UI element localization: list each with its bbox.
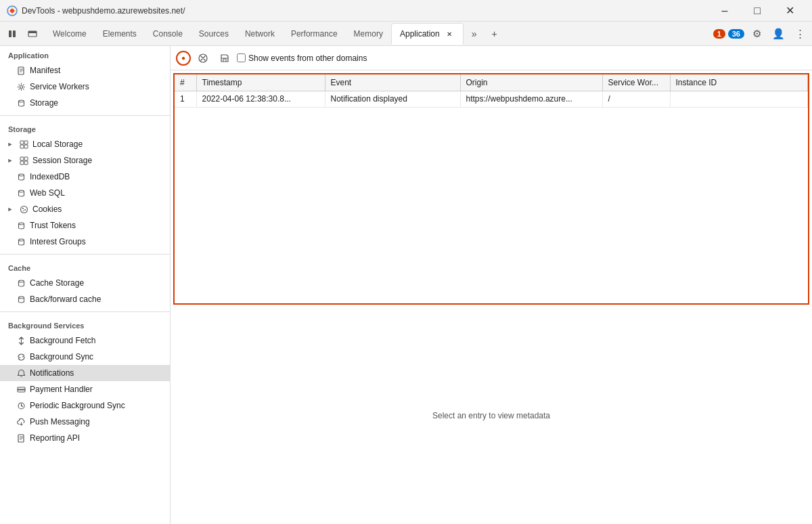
save-button[interactable] [215,49,234,68]
sidebar-item-cookies[interactable]: ► Cookies [0,201,170,217]
divider-2 [0,254,170,255]
divider-1 [0,115,170,116]
warning-badge: 36 [728,29,744,39]
sidebar-item-storage[interactable]: Storage [0,95,170,111]
new-tab-button[interactable]: + [485,24,504,43]
sidebar-item-backforward-cache[interactable]: Back/forward cache [0,291,170,307]
sidebar-item-background-fetch[interactable]: Background Fetch [0,332,170,349]
profile-button[interactable]: 👤 [769,24,788,43]
more-options-button[interactable]: ⋮ [790,24,809,43]
tab-network[interactable]: Network [237,23,283,45]
sidebar-item-background-sync[interactable]: Background Sync [0,349,170,365]
cylinder-icon [16,221,26,230]
record-button[interactable]: ● [176,51,191,66]
cell-origin: https://webpushdemo.azure... [460,91,602,107]
sidebar-item-interest-groups[interactable]: Interest Groups [0,234,170,250]
settings-button[interactable]: ⚙ [747,24,766,43]
close-button[interactable]: ✕ [774,0,805,22]
sidebar-item-notifications[interactable]: Notifications [0,365,170,381]
tab-extras [3,24,42,43]
tab-close-icon[interactable]: ✕ [444,28,455,39]
cylinder-icon [16,98,26,108]
tab-performance[interactable]: Performance [283,23,346,45]
svg-point-1 [10,9,14,13]
tab-bar: Welcome Elements Console Sources Network… [0,22,812,46]
svg-rect-9 [20,141,24,144]
sidebar-item-manifest[interactable]: Manifest [0,62,170,79]
svg-rect-15 [20,161,24,165]
svg-point-24 [18,239,24,241]
svg-point-7 [20,85,22,88]
tab-memory[interactable]: Memory [346,23,391,45]
cell-instance-id [670,91,808,107]
tab-right-controls: 1 36 ⚙ 👤 ⋮ [713,24,809,43]
table-area: # Timestamp Event Origin Service Wor... … [171,70,812,524]
main-layout: Application Manifest Service Workers Sto… [0,46,812,524]
svg-point-17 [18,174,24,176]
maximize-button[interactable]: □ [742,0,773,22]
clock-sync-icon [16,401,26,410]
sidebar-item-periodic-background-sync[interactable]: Periodic Background Sync [0,397,170,414]
cylinder-icon [16,294,26,304]
svg-point-21 [24,209,26,211]
svg-point-26 [18,297,24,299]
sidebar-item-websql[interactable]: Web SQL [0,185,170,201]
tab-application[interactable]: Application ✕ [391,23,464,45]
table-row-empty [175,107,808,303]
show-events-checkbox-label[interactable]: Show events from other domains [237,53,367,63]
arrow-icon: ► [5,157,15,164]
cylinder-icon [16,188,26,198]
sync-icon [16,352,26,362]
file-icon [16,66,26,75]
tab-dock-button[interactable] [23,24,42,43]
divider-3 [0,311,170,312]
svg-point-23 [18,223,24,225]
more-tabs-button[interactable]: » [465,24,484,43]
content-toolbar: ● Show events from other domains [171,46,812,70]
tab-console[interactable]: Console [145,23,191,45]
cylinder-icon [16,237,26,246]
cylinder-icon [16,278,26,288]
col-event: Event [325,74,460,91]
svg-point-19 [20,206,27,213]
svg-rect-16 [24,161,28,165]
col-timestamp: Timestamp [196,74,325,91]
sidebar-item-reporting-api[interactable]: Reporting API [0,430,170,446]
cell-num: 1 [175,91,196,107]
sidebar-item-push-messaging[interactable]: Push Messaging [0,414,170,430]
svg-rect-13 [20,157,24,160]
sidebar-item-indexeddb[interactable]: IndexedDB [0,169,170,185]
sidebar-item-payment-handler[interactable]: Payment Handler [0,381,170,397]
sidebar-item-local-storage[interactable]: ► Local Storage [0,136,170,152]
status-area: Select an entry to view metadata [171,307,812,524]
col-num: # [175,74,196,91]
tab-scroll-left-button[interactable] [3,24,22,43]
svg-rect-12 [24,145,28,148]
tab-elements[interactable]: Elements [95,23,145,45]
cloud-icon [16,417,26,427]
svg-point-8 [18,100,24,102]
minimize-button[interactable]: – [709,0,740,22]
tab-welcome[interactable]: Welcome [45,23,95,45]
svg-rect-3 [13,30,16,37]
col-origin: Origin [460,74,602,91]
svg-point-22 [22,210,23,211]
table-row[interactable]: 1 2022-04-06 12:38:30.8... Notification … [175,91,808,107]
sidebar-item-cache-storage[interactable]: Cache Storage [0,275,170,291]
sidebar-item-session-storage[interactable]: ► Session Storage [0,152,170,169]
title-bar: DevTools - webpushdemo.azurewebsites.net… [0,0,812,22]
sidebar-item-trust-tokens[interactable]: Trust Tokens [0,217,170,234]
clear-button[interactable] [194,49,212,68]
sidebar-item-service-workers[interactable]: Service Workers [0,79,170,95]
svg-rect-11 [20,145,24,148]
svg-rect-14 [24,157,28,160]
arrow-icon: ► [5,206,15,213]
sidebar-section-cache: Cache [0,259,170,275]
svg-rect-6 [18,67,24,74]
show-events-checkbox[interactable] [237,53,246,62]
arrows-updown-icon [16,336,26,345]
sidebar-section-application: Application [0,46,170,62]
gear-icon [16,82,26,91]
tab-sources[interactable]: Sources [191,23,237,45]
cell-timestamp: 2022-04-06 12:38:30.8... [196,91,325,107]
